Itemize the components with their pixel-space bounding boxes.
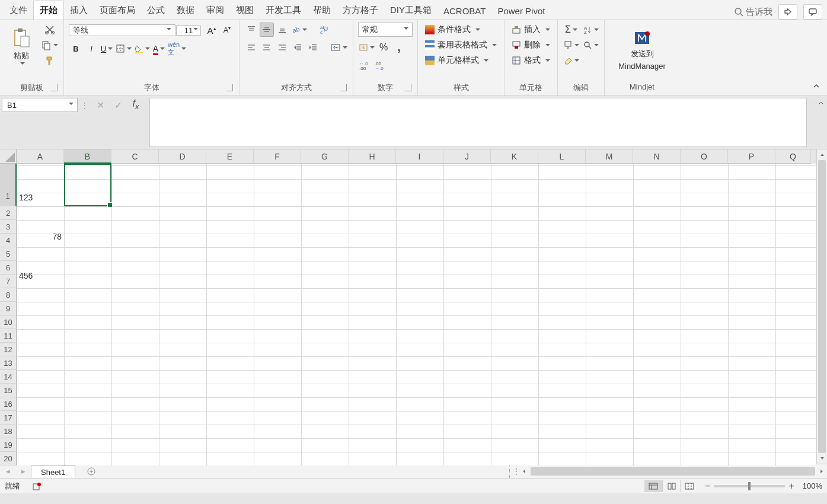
scroll-up-button[interactable] <box>817 149 827 160</box>
scroll-down-button[interactable] <box>817 453 827 464</box>
colhdr-I[interactable]: I <box>396 149 443 164</box>
colhdr-K[interactable]: K <box>491 149 538 164</box>
rowhdr-16[interactable]: 16 <box>0 397 17 411</box>
sort-filter-button[interactable]: AZ <box>582 23 599 37</box>
split-grip[interactable]: ⋮ <box>514 464 519 478</box>
cell-area[interactable]: 123 78 456 <box>17 164 816 465</box>
alignment-launcher[interactable] <box>340 84 347 91</box>
paste-dropdown[interactable] <box>18 63 25 72</box>
insert-cells-button[interactable]: 插入 <box>509 23 553 37</box>
cancel-formula-button[interactable]: ✕ <box>91 98 109 112</box>
tab-data[interactable]: 数据 <box>171 1 200 20</box>
clipboard-launcher[interactable] <box>50 84 58 91</box>
format-as-table-button[interactable]: 套用表格格式 <box>423 38 499 52</box>
decrease-decimal-button[interactable]: .00→.0 <box>373 58 388 72</box>
colhdr-D[interactable]: D <box>159 149 206 164</box>
align-top-button[interactable] <box>244 23 258 37</box>
font-size-combo[interactable]: 11 <box>176 25 201 36</box>
colhdr-M[interactable]: M <box>586 149 633 164</box>
zoom-in-button[interactable]: + <box>788 481 794 492</box>
scroll-right-button[interactable] <box>816 466 827 477</box>
hscroll-thumb[interactable] <box>531 467 815 476</box>
tab-view[interactable]: 视图 <box>230 1 260 20</box>
tab-home[interactable]: 开始 <box>33 1 64 20</box>
fill-color-button[interactable] <box>133 42 151 56</box>
number-format-combo[interactable]: 常规 <box>358 23 413 37</box>
conditional-formatting-button[interactable]: 条件格式 <box>423 23 483 37</box>
rowhdr-5[interactable]: 5 <box>0 247 17 261</box>
tell-me[interactable]: 告诉我 <box>734 7 772 18</box>
copy-button[interactable] <box>40 38 59 52</box>
align-center-button[interactable] <box>260 40 274 55</box>
wrap-text-button[interactable]: abc <box>317 23 331 37</box>
new-sheet-button[interactable] <box>82 464 100 478</box>
orientation-button[interactable]: ab <box>290 23 308 37</box>
rowhdr-10[interactable]: 10 <box>0 315 17 329</box>
colhdr-O[interactable]: O <box>681 149 728 164</box>
rowhdr-11[interactable]: 11 <box>0 329 17 343</box>
zoom-out-button[interactable]: − <box>705 481 710 492</box>
merge-center-button[interactable] <box>330 40 348 55</box>
rowhdr-3[interactable]: 3 <box>0 220 17 234</box>
rowhdr-19[interactable]: 19 <box>0 438 17 452</box>
insert-function-button[interactable]: fx <box>127 98 145 112</box>
rowhdr-6[interactable]: 6 <box>0 261 17 275</box>
cell-styles-button[interactable]: 单元格样式 <box>423 53 491 68</box>
colhdr-L[interactable]: L <box>538 149 586 164</box>
rowhdr-14[interactable]: 14 <box>0 370 17 384</box>
colhdr-F[interactable]: F <box>254 149 301 164</box>
colhdr-J[interactable]: J <box>443 149 491 164</box>
paste-button[interactable]: 粘贴 <box>5 23 38 77</box>
tab-powerpivot[interactable]: Power Pivot <box>491 2 551 20</box>
colhdr-E[interactable]: E <box>206 149 254 164</box>
align-middle-button[interactable] <box>260 23 274 37</box>
macro-record-button[interactable] <box>32 481 41 491</box>
comma-style-button[interactable]: , <box>392 40 406 55</box>
font-name-combo[interactable]: 等线 <box>69 24 175 36</box>
colhdr-N[interactable]: N <box>633 149 681 164</box>
sheet-tab-1[interactable]: Sheet1 <box>31 465 75 478</box>
decrease-indent-button[interactable] <box>290 40 305 55</box>
cut-button[interactable] <box>43 23 57 37</box>
sheet-nav-prev[interactable]: ◂ <box>0 464 15 478</box>
rowhdr-8[interactable]: 8 <box>0 288 17 302</box>
rowhdr-15[interactable]: 15 <box>0 384 17 397</box>
bold-button[interactable]: B <box>69 42 83 56</box>
increase-font-button[interactable]: A▴ <box>205 23 219 37</box>
horizontal-scrollbar[interactable] <box>519 464 827 478</box>
tab-review[interactable]: 审阅 <box>200 1 230 20</box>
decrease-font-button[interactable]: A▾ <box>220 23 234 37</box>
number-launcher[interactable] <box>404 84 411 91</box>
colhdr-C[interactable]: C <box>111 149 159 164</box>
view-pagebreak-button[interactable] <box>680 480 698 492</box>
rowhdr-4[interactable]: 4 <box>0 234 17 247</box>
rowhdr-17[interactable]: 17 <box>0 411 17 425</box>
rowhdr-13[interactable]: 13 <box>0 356 17 370</box>
fill-button[interactable] <box>563 38 580 52</box>
format-painter-button[interactable] <box>43 53 57 68</box>
expand-formula-bar-button[interactable] <box>818 100 826 108</box>
namebox-options[interactable]: ⋮ <box>81 101 88 110</box>
comments-button[interactable] <box>803 4 822 20</box>
tab-help[interactable]: 帮助 <box>307 1 337 20</box>
tab-pagelayout[interactable]: 页面布局 <box>94 1 141 20</box>
cell-A1[interactable]: 123 78 456 <box>17 164 64 206</box>
font-color-button[interactable]: A <box>152 42 166 56</box>
zoom-slider[interactable] <box>714 485 785 487</box>
border-button[interactable] <box>115 42 132 56</box>
formula-input[interactable] <box>149 98 807 147</box>
format-cells-button[interactable]: 格式 <box>509 53 553 68</box>
tab-diy[interactable]: DIY工具箱 <box>384 1 438 20</box>
colhdr-B[interactable]: B <box>64 149 111 164</box>
scroll-left-button[interactable] <box>519 466 529 477</box>
clear-button[interactable] <box>563 53 580 68</box>
font-launcher[interactable] <box>226 84 233 91</box>
colhdr-H[interactable]: H <box>349 149 396 164</box>
rowhdr-18[interactable]: 18 <box>0 425 17 438</box>
tab-ffgz[interactable]: 方方格子 <box>337 1 384 20</box>
align-left-button[interactable] <box>244 40 258 55</box>
tab-formulas[interactable]: 公式 <box>141 1 171 20</box>
align-bottom-button[interactable] <box>275 23 289 37</box>
tab-insert[interactable]: 插入 <box>64 1 94 20</box>
find-select-button[interactable] <box>582 38 599 52</box>
